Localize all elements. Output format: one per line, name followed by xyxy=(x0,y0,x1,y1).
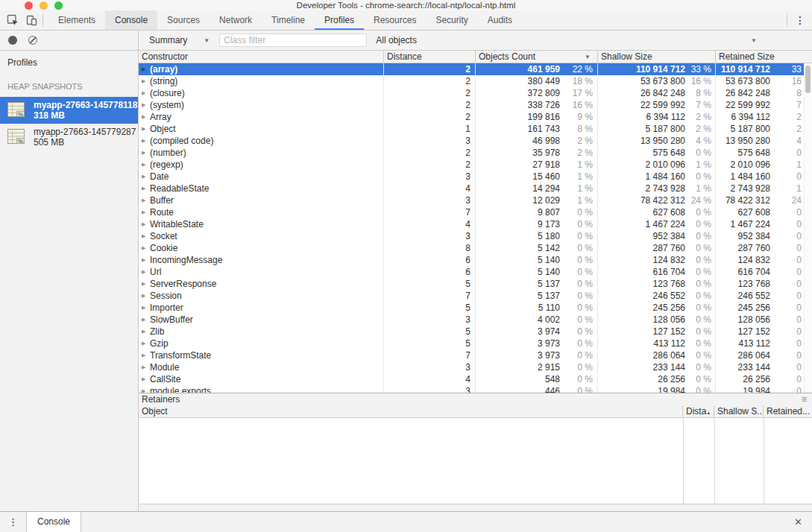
expand-arrow-icon[interactable]: ▶ xyxy=(142,230,148,242)
expand-arrow-icon[interactable]: ▶ xyxy=(142,385,148,393)
expand-arrow-icon[interactable]: ▶ xyxy=(142,314,148,326)
column-header-objects-count[interactable]: Objects Count▼ xyxy=(476,51,598,63)
inspect-element-icon[interactable] xyxy=(7,14,19,26)
table-row[interactable]: ▶ (compiled code) 3 46 9982 % 13 950 280… xyxy=(139,135,812,147)
table-row[interactable]: ▶ ReadableState 4 14 2941 % 2 743 9281 %… xyxy=(139,183,812,194)
column-header-distance[interactable]: Distance xyxy=(384,51,476,63)
expand-arrow-icon[interactable]: ▶ xyxy=(142,302,148,314)
table-row[interactable]: ▶ IncomingMessage 6 5 1400 % 124 8320 % … xyxy=(139,254,812,266)
expand-arrow-icon[interactable]: ▶ xyxy=(142,75,148,87)
table-row[interactable]: ▶ (number) 2 35 9782 % 575 6480 % 575 64… xyxy=(139,147,812,159)
table-row[interactable]: ▶ Date 3 15 4601 % 1 484 1600 % 1 484 16… xyxy=(139,171,812,183)
table-row[interactable]: ▶ Url 6 5 1400 % 616 7040 % 616 7040 % xyxy=(139,266,812,278)
record-heap-icon[interactable] xyxy=(8,36,17,45)
expand-arrow-icon[interactable]: ▶ xyxy=(142,242,148,254)
table-row[interactable]: ▶ (string) 2 380 44918 % 53 673 80016 % … xyxy=(139,75,812,87)
scrollbar-thumb[interactable] xyxy=(805,66,811,93)
table-row[interactable]: ▶ TransformState 7 3 9730 % 286 0640 % 2… xyxy=(139,349,812,361)
view-select[interactable]: Summary ▼ xyxy=(149,35,210,45)
expand-arrow-icon[interactable]: ▶ xyxy=(142,111,148,123)
shallow-size-percent: 0 % xyxy=(685,171,715,183)
table-row[interactable]: ▶ Array 2 199 8169 % 6 394 1122 % 6 394 … xyxy=(139,111,812,123)
expand-arrow-icon[interactable]: ▶ xyxy=(142,171,148,183)
expand-arrow-icon[interactable]: ▶ xyxy=(142,63,148,75)
tab-network[interactable]: Network xyxy=(210,10,262,30)
tab-console[interactable]: Console xyxy=(105,10,157,30)
device-toolbar-icon[interactable] xyxy=(25,14,37,26)
tab-elements[interactable]: Elements xyxy=(48,10,105,30)
expand-arrow-icon[interactable]: ▶ xyxy=(142,123,148,135)
devtools-menu-icon[interactable]: ⋮ xyxy=(793,14,808,26)
expand-arrow-icon[interactable]: ▶ xyxy=(142,266,148,278)
table-row[interactable]: ▶ Object 1 161 7438 % 5 187 8002 % 5 187… xyxy=(139,123,812,135)
tab-timeline[interactable]: Timeline xyxy=(262,10,315,30)
expand-arrow-icon[interactable]: ▶ xyxy=(142,159,148,171)
table-row[interactable]: ▶ Zlib 5 3 9740 % 127 1520 % 127 1520 % xyxy=(139,326,812,338)
expand-arrow-icon[interactable]: ▶ xyxy=(142,206,148,218)
column-header-retained-size[interactable]: Retained Size xyxy=(716,51,812,63)
table-row[interactable]: ▶ Buffer 3 12 0291 % 78 422 31224 % 78 4… xyxy=(139,194,812,206)
tab-profiles[interactable]: Profiles xyxy=(315,10,364,30)
minimize-window-button[interactable] xyxy=(40,1,48,10)
expand-arrow-icon[interactable]: ▶ xyxy=(142,87,148,99)
column-header-constructor[interactable]: Constructor xyxy=(139,51,384,63)
table-row[interactable]: ▶ (closure) 2 372 80917 % 26 842 2488 % … xyxy=(139,87,812,99)
expand-arrow-icon[interactable]: ▶ xyxy=(142,290,148,302)
table-row[interactable]: ▶ Module 3 2 9150 % 233 1440 % 233 1440 … xyxy=(139,361,812,373)
close-window-button[interactable] xyxy=(25,1,33,10)
expand-arrow-icon[interactable]: ▶ xyxy=(142,349,148,361)
expand-arrow-icon[interactable]: ▶ xyxy=(142,218,148,230)
zoom-window-button[interactable] xyxy=(54,1,63,10)
expand-arrow-icon[interactable]: ▶ xyxy=(142,183,148,194)
table-row[interactable]: ▶ WritableState 4 9 1730 % 1 467 2240 % … xyxy=(139,218,812,230)
expand-arrow-icon[interactable]: ▶ xyxy=(142,99,148,111)
table-row[interactable]: ▶ Session 7 5 1370 % 246 5520 % 246 5520… xyxy=(139,290,812,302)
table-row[interactable]: ▶ Gzip 5 3 9730 % 413 1120 % 413 1120 % xyxy=(139,338,812,349)
object-scope-select[interactable]: All objects ▼ xyxy=(376,35,812,45)
table-row[interactable]: ▶ ServerResponse 5 5 1370 % 123 7680 % 1… xyxy=(139,278,812,290)
heap-snapshot-item[interactable]: % myapp-27663-145779287 505 MB xyxy=(0,124,138,151)
table-row[interactable]: ▶ (regexp) 2 27 9181 % 2 010 0961 % 2 01… xyxy=(139,159,812,171)
expand-arrow-icon[interactable]: ▶ xyxy=(142,326,148,338)
table-row[interactable]: ▶ (system) 2 338 72616 % 22 599 9927 % 2… xyxy=(139,99,812,111)
tab-security[interactable]: Security xyxy=(426,10,477,30)
expand-arrow-icon[interactable]: ▶ xyxy=(142,373,148,385)
table-row[interactable]: ▶ Socket 3 5 1800 % 952 3840 % 952 3840 … xyxy=(139,230,812,242)
table-row[interactable]: ▶ (array) 2 461 95922 % 110 914 71233 % … xyxy=(139,63,812,75)
drawer-menu-icon[interactable]: ⋮ xyxy=(8,516,18,528)
column-header-shallow-size[interactable]: Shallow Size xyxy=(598,51,716,63)
expand-arrow-icon[interactable]: ▶ xyxy=(142,361,148,373)
table-row[interactable]: ▶ Importer 5 5 1100 % 245 2560 % 245 256… xyxy=(139,302,812,314)
expand-arrow-icon[interactable]: ▶ xyxy=(142,135,148,147)
vertical-scrollbar[interactable] xyxy=(804,63,812,393)
table-row[interactable]: ▶ Cookie 8 5 1420 % 287 7600 % 287 7600 … xyxy=(139,242,812,254)
retainers-column-object[interactable]: Object xyxy=(139,405,683,417)
drawer-tab-console[interactable]: Console xyxy=(26,512,81,532)
table-row[interactable]: ▶ module exports 3 4460 % 19 9840 % 19 9… xyxy=(139,385,812,393)
tab-sources[interactable]: Sources xyxy=(157,10,210,30)
tab-audits[interactable]: Audits xyxy=(478,10,522,30)
class-filter-input[interactable] xyxy=(219,34,367,47)
table-row[interactable]: ▶ Route 7 9 8070 % 627 6080 % 627 6080 % xyxy=(139,206,812,218)
retainers-column-shallow-size[interactable]: Shallow S.. xyxy=(714,405,764,417)
retainers-column-distance[interactable]: Dista▲ xyxy=(683,405,714,417)
retainers-column-retained-size[interactable]: Retained... xyxy=(764,405,812,417)
expand-arrow-icon[interactable]: ▶ xyxy=(142,194,148,206)
table-row[interactable]: ▶ SlowBuffer 3 4 0020 % 128 0560 % 128 0… xyxy=(139,314,812,326)
expand-arrow-icon[interactable]: ▶ xyxy=(142,254,148,266)
tab-resources[interactable]: Resources xyxy=(364,10,426,30)
heap-snapshot-item[interactable]: % myapp-27663-145778118 318 MB xyxy=(0,97,138,124)
constructor-name: (compiled code) xyxy=(150,135,213,147)
constructor-name: Route xyxy=(150,206,174,218)
clear-profiles-icon[interactable] xyxy=(28,36,37,45)
table-row[interactable]: ▶ CallSite 4 5480 % 26 2560 % 26 2560 % xyxy=(139,373,812,385)
shallow-size-percent: 0 % xyxy=(685,230,715,242)
close-drawer-icon[interactable]: ✕ xyxy=(794,516,802,528)
retainers-menu-icon[interactable]: ≡ xyxy=(802,394,807,405)
objects-count-percent: 0 % xyxy=(560,218,597,230)
objects-count-percent: 1 % xyxy=(560,159,597,171)
expand-arrow-icon[interactable]: ▶ xyxy=(142,147,148,159)
expand-arrow-icon[interactable]: ▶ xyxy=(142,338,148,349)
retained-size-value: 19 984 xyxy=(716,385,770,393)
expand-arrow-icon[interactable]: ▶ xyxy=(142,278,148,290)
